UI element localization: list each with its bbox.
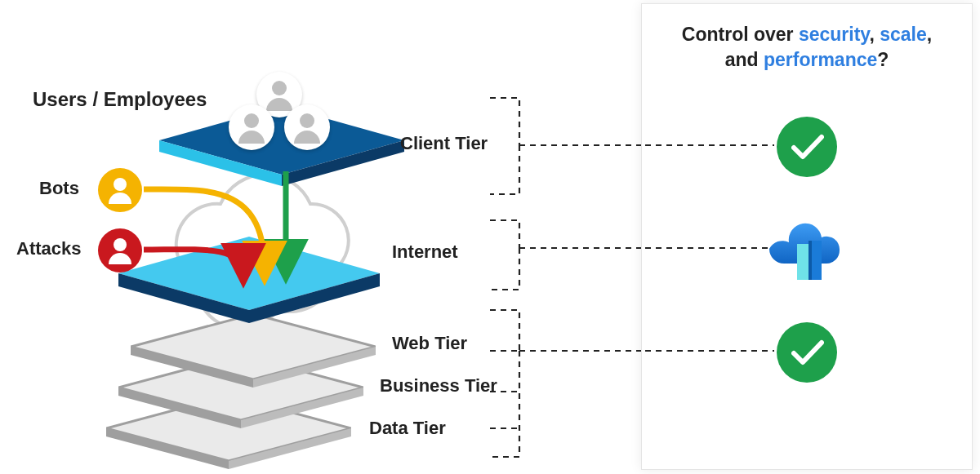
user-icon xyxy=(284,104,330,150)
panel-title: Control over security, scale, and perfor… xyxy=(642,22,972,73)
azure-front-door-icon xyxy=(766,219,848,278)
diagram-canvas: Control over security, scale, and perfor… xyxy=(0,0,980,474)
bots-badge xyxy=(98,168,142,212)
svg-point-20 xyxy=(300,113,314,128)
t: ? xyxy=(877,49,889,70)
label-users: Users / Employees xyxy=(33,88,207,111)
label-web-tier: Web Tier xyxy=(392,333,467,354)
tier-client-tile xyxy=(159,106,404,188)
control-panel: Control over security, scale, and perfor… xyxy=(641,3,973,470)
attacks-badge xyxy=(98,228,142,272)
svg-rect-2 xyxy=(808,241,812,280)
label-client-tier: Client Tier xyxy=(400,133,488,154)
svg-rect-1 xyxy=(810,241,822,280)
t: Control over xyxy=(682,24,799,45)
hl-security: security xyxy=(799,24,870,45)
user-icon xyxy=(229,104,274,150)
svg-point-19 xyxy=(244,113,259,128)
label-business-tier: Business Tier xyxy=(380,375,497,396)
svg-point-18 xyxy=(272,81,287,95)
hl-scale: scale xyxy=(880,24,927,45)
svg-point-21 xyxy=(114,178,127,191)
label-bots: Bots xyxy=(39,178,79,199)
svg-marker-12 xyxy=(118,237,380,310)
label-internet: Internet xyxy=(392,241,458,263)
check-icon xyxy=(777,117,837,177)
check-icon xyxy=(777,322,837,383)
label-attacks: Attacks xyxy=(16,238,81,259)
label-data-tier: Data Tier xyxy=(369,418,446,439)
tier-internet-tile xyxy=(118,237,380,326)
t: and xyxy=(725,49,764,70)
hl-performance: performance xyxy=(764,49,877,70)
t: , xyxy=(927,24,932,45)
t: , xyxy=(869,24,880,45)
svg-rect-0 xyxy=(797,244,810,280)
svg-point-22 xyxy=(114,238,127,251)
